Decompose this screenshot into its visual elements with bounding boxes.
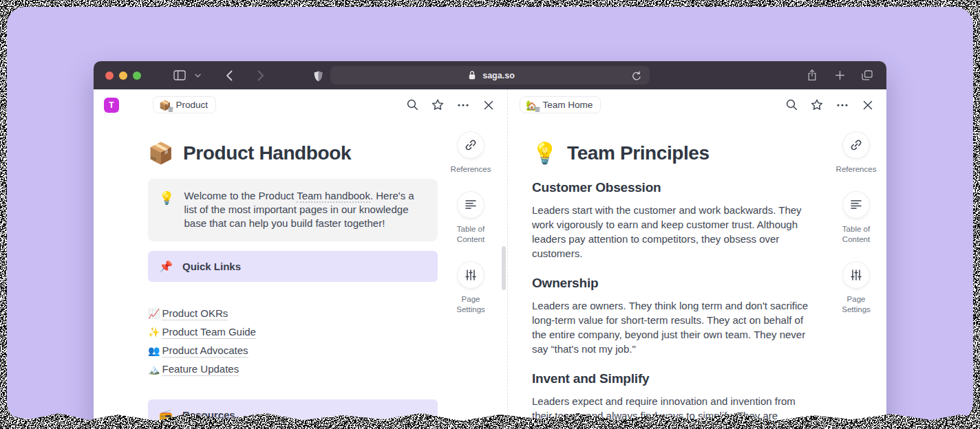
paragraph-ownership: Leaders are owners. They think long term…	[532, 298, 817, 356]
search-icon[interactable]	[405, 98, 419, 112]
favorite-star-icon[interactable]	[431, 98, 445, 112]
pane-team-principles: 🏡 Team Home	[507, 89, 886, 429]
welcome-callout: 💡 Welcome to the Product Team handbook. …	[148, 179, 438, 241]
busts-emoji: 👥	[148, 345, 160, 356]
page-settings-label: PageSettings	[830, 294, 882, 316]
page-title: 📦 Product Handbook	[148, 141, 438, 165]
tab-overview-icon[interactable]	[860, 69, 874, 82]
share-icon[interactable]	[805, 69, 819, 82]
table-of-content-label: Table ofContent	[445, 224, 497, 245]
lightbulb-emoji: 💡	[532, 141, 557, 165]
sidebar-chevron-down-icon[interactable]	[191, 69, 204, 82]
url-text: saga.so	[482, 71, 515, 80]
breadcrumb-label: Team Home	[542, 100, 593, 110]
references-label: References	[830, 164, 882, 175]
minimize-window-button[interactable]	[119, 72, 127, 80]
close-pane-icon[interactable]	[861, 98, 875, 112]
references-button[interactable]	[458, 132, 484, 158]
breadcrumb-label: Product	[175, 100, 208, 110]
lightbulb-emoji: 💡	[159, 190, 174, 230]
heading-customer-obsession: Customer Obsession	[532, 180, 817, 195]
left-pane-tool-rail: References Table ofContent PageSettings	[445, 132, 497, 332]
pushpin-emoji: 📌	[159, 260, 173, 273]
right-pane-header: 🏡 Team Home	[508, 89, 886, 120]
privacy-shield-icon[interactable]	[311, 69, 325, 83]
left-pane-header: T 📦 Product	[94, 89, 507, 120]
sparkles-emoji: ✨	[148, 327, 160, 338]
breadcrumb-team-home[interactable]: 🏡 Team Home	[520, 96, 601, 113]
back-button[interactable]	[222, 69, 236, 82]
lock-icon	[465, 69, 479, 82]
references-button[interactable]	[843, 132, 869, 158]
page-settings-button[interactable]	[458, 262, 484, 288]
sidebar-toggle-icon[interactable]	[173, 69, 187, 82]
heading-ownership: Ownership	[532, 276, 817, 291]
browser-window: saga.so	[94, 61, 886, 429]
table-of-content-button[interactable]	[843, 192, 869, 218]
link-product-team-guide[interactable]: ✨Product Team Guide	[148, 326, 438, 338]
close-window-button[interactable]	[105, 72, 114, 80]
more-options-icon[interactable]	[456, 98, 470, 112]
pane-product-handbook: T 📦 Product	[94, 89, 507, 429]
traffic-lights	[105, 72, 141, 80]
more-options-icon[interactable]	[835, 98, 849, 112]
house-garden-emoji: 🏡	[526, 100, 537, 110]
team-handbook-reference-link[interactable]: Team handbook	[297, 190, 370, 203]
package-emoji: 📦	[159, 100, 171, 110]
link-product-advocates[interactable]: 👥Product Advocates	[148, 344, 438, 356]
product-handbook-document: 📦 Product Handbook 💡 Welcome to the Prod…	[148, 120, 438, 429]
mountain-emoji: 🏔️	[148, 364, 160, 375]
table-of-content-label: Table ofContent	[830, 224, 882, 245]
right-pane-tool-rail: References Table ofContent PageSettings	[830, 132, 882, 332]
workspace-badge[interactable]: T	[104, 98, 119, 113]
references-label: References	[445, 164, 497, 175]
team-principles-document: 💡 Team Principles Customer Obsession Lea…	[532, 120, 817, 429]
chart-increasing-emoji: 📈	[148, 308, 160, 319]
breadcrumb-product[interactable]: 📦 Product	[153, 96, 216, 113]
address-bar[interactable]: saga.so	[330, 66, 650, 85]
quick-links-banner[interactable]: 📌 Quick Links	[148, 251, 438, 282]
table-of-content-button[interactable]	[458, 192, 484, 218]
zoom-window-button[interactable]	[133, 72, 141, 80]
page-settings-label: PageSettings	[445, 294, 497, 316]
search-icon[interactable]	[785, 98, 798, 112]
reload-icon[interactable]	[630, 69, 643, 83]
browser-toolbar: saga.so	[94, 61, 886, 89]
heading-invent-and-simplify: Invent and Simplify	[532, 371, 817, 386]
scrollbar-thumb[interactable]	[502, 246, 506, 290]
quick-links-list: 📈Product OKRs ✨Product Team Guide 👥Produ…	[148, 307, 438, 375]
page-settings-button[interactable]	[843, 262, 869, 288]
package-emoji: 📦	[148, 141, 173, 165]
forward-button[interactable]	[254, 69, 268, 82]
link-product-okrs[interactable]: 📈Product OKRs	[148, 307, 438, 319]
paragraph-customer-obsession: Leaders start with the customer and work…	[532, 203, 817, 261]
link-feature-updates[interactable]: 🏔️Feature Updates	[148, 363, 438, 375]
page-title: 💡 Team Principles	[532, 141, 817, 165]
close-pane-icon[interactable]	[482, 98, 496, 112]
new-tab-icon[interactable]	[833, 69, 846, 82]
favorite-star-icon[interactable]	[810, 98, 824, 112]
